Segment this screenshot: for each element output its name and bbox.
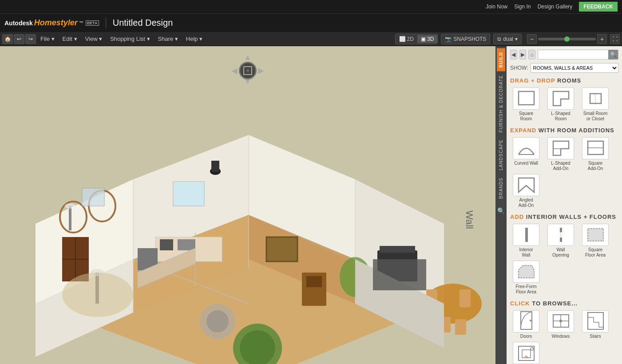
expand-orange: EXPAND (510, 127, 536, 134)
interior-section-title: ADD INTERIOR WALLS + FLOORS (510, 214, 618, 220)
feedback-button[interactable]: FEEDBACK (579, 2, 618, 12)
drag-drop-dark: ROOMS (557, 77, 581, 84)
square-addon-item[interactable]: SquareAdd-On (579, 137, 611, 171)
homestyler-text: Homestyler (34, 18, 78, 28)
nav-left-arrow[interactable]: ◀ (231, 66, 238, 75)
fireplaces-item[interactable]: Fireplaces (510, 342, 542, 364)
navigation-compass[interactable]: ▲ ◀ ✛ ▶ ▼ (223, 53, 272, 84)
svg-point-45 (62, 273, 133, 317)
view-3d-button[interactable]: ▣ 3D (417, 35, 437, 43)
undo-button[interactable]: ↩ (14, 34, 24, 44)
freeform-floor-item[interactable]: Free-FormFloor Area (510, 261, 542, 295)
stairs-item[interactable]: Stairs (579, 310, 611, 339)
panel-home-button[interactable]: ⌂ (528, 50, 535, 59)
square-room-item[interactable]: SquareRoom (510, 87, 542, 122)
snapshots-button[interactable]: 📷 SNAPSHOTS (441, 34, 490, 44)
design-title[interactable]: Untitled Design (113, 18, 173, 28)
nav-up-arrow[interactable]: ▲ (244, 53, 252, 62)
windows-label: Windows (552, 334, 570, 339)
panel-navigation: ◀ ▶ ⌂ 🔍 (510, 50, 618, 59)
wall-label-text: Wall (464, 210, 475, 229)
svg-marker-53 (553, 91, 569, 106)
square-room-icon (513, 87, 539, 110)
small-room-label: Small Roomor Closet (583, 111, 607, 122)
zoom-out-button[interactable]: − (527, 34, 537, 44)
share-menu[interactable]: Share ▾ (155, 34, 182, 44)
browse-dark: TO BROWSE... (532, 300, 578, 307)
square-floor-item[interactable]: SquareFloor Area (579, 224, 611, 258)
panel-search-input[interactable] (538, 51, 608, 58)
svg-rect-66 (588, 229, 603, 241)
interior-wall-label: InteriorWall (519, 247, 533, 258)
view-2d-button[interactable]: ⬜ 2D (396, 35, 417, 43)
room-additions-grid: Curved Wall L-ShapedAdd-On (510, 137, 618, 208)
windows-icon (547, 310, 574, 332)
browse-orange: CLICK (510, 300, 530, 307)
home-icon-button[interactable]: 🏠 (2, 34, 13, 44)
expand-section-title: EXPAND WITH ROOM ADDITIONS (510, 127, 618, 134)
svg-rect-38 (173, 182, 204, 206)
redo-button[interactable]: ↪ (25, 34, 36, 44)
show-dropdown[interactable]: ROOMS, WALLS & AREAS (531, 63, 618, 73)
interior-wall-item[interactable]: InteriorWall (510, 224, 542, 258)
square-room-label: SquareRoom (519, 111, 533, 122)
nav-down-arrow[interactable]: ▼ (244, 77, 252, 86)
build-tab[interactable]: BUILD (497, 48, 505, 71)
show-row: SHOW: ROOMS, WALLS & AREAS (510, 63, 618, 73)
l-shaped-addon-icon (547, 137, 574, 159)
design-canvas[interactable]: ▲ ◀ ✛ ▶ ▼ (0, 46, 495, 364)
svg-marker-67 (519, 265, 534, 278)
view-menu[interactable]: View ▾ (82, 34, 106, 44)
svg-rect-49 (306, 276, 322, 287)
svg-rect-47 (82, 188, 104, 206)
svg-rect-51 (373, 259, 426, 290)
file-menu[interactable]: File ▾ (37, 34, 58, 44)
wall-opening-item[interactable]: WallOpening (545, 224, 577, 258)
sign-in-link[interactable]: Sign In (514, 4, 531, 10)
nav-right-arrow[interactable]: ▶ (258, 66, 264, 75)
join-now-link[interactable]: Join Now (486, 4, 507, 10)
l-shaped-room-item[interactable]: L-ShapedRoom (545, 87, 577, 122)
fullscreen-button[interactable]: ⛶ (610, 34, 620, 44)
right-panel: BUILD FURNISH & DECORATE LANDSCAPE BRAND… (495, 46, 622, 364)
brands-tab[interactable]: BRANDS (497, 174, 505, 202)
curved-wall-item[interactable]: Curved Wall (510, 137, 542, 171)
dual-view-button[interactable]: ⧉ dual ▾ (493, 34, 522, 44)
svg-point-18 (206, 310, 229, 332)
panel-search-submit[interactable]: 🔍 (608, 50, 618, 59)
landscape-tab[interactable]: LANDSCAPE (497, 136, 505, 174)
l-shaped-addon-item[interactable]: L-ShapedAdd-On (545, 137, 577, 171)
panel-back-button[interactable]: ◀ (510, 50, 517, 59)
zoom-controls: − + (527, 34, 607, 44)
trademark-symbol: ™ (79, 20, 83, 25)
small-room-icon (582, 87, 609, 110)
help-menu[interactable]: Help ▾ (182, 34, 206, 44)
zoom-slider[interactable] (538, 38, 596, 40)
doors-item[interactable]: Doors (510, 310, 542, 339)
room-types-grid: SquareRoom L-ShapedRoom (510, 87, 618, 122)
stairs-icon (582, 310, 609, 332)
shopping-list-menu[interactable]: Shopping List ▾ (107, 34, 153, 44)
expand-dark: WITH ROOM ADDITIONS (539, 127, 614, 134)
view-toggle: ⬜ 2D ▣ 3D (395, 34, 438, 44)
svg-rect-30 (160, 239, 173, 250)
svg-point-69 (530, 320, 531, 321)
panel-search-icon[interactable]: 🔍 (497, 206, 506, 215)
browse-items-grid: Doors Windows (510, 310, 618, 364)
svg-rect-31 (178, 239, 195, 250)
edit-menu[interactable]: Edit ▾ (59, 34, 81, 44)
title-divider (106, 17, 106, 28)
zoom-in-button[interactable]: + (597, 34, 607, 44)
panel-forward-button[interactable]: ▶ (519, 50, 527, 59)
curved-wall-label: Curved Wall (514, 161, 538, 166)
svg-rect-28 (455, 319, 466, 335)
autodesk-text: Autodesk (4, 20, 33, 27)
furnish-decorate-tab[interactable]: FURNISH & DECORATE (497, 71, 505, 136)
design-gallery-link[interactable]: Design Gallery (538, 4, 573, 10)
square-floor-label: SquareFloor Area (585, 247, 606, 258)
windows-item[interactable]: Windows (545, 310, 577, 339)
angled-addon-item[interactable]: AngledAdd-On (510, 174, 542, 208)
interior-dark: INTERIOR WALLS + FLOORS (526, 214, 616, 220)
panel-content: ◀ ▶ ⌂ 🔍 SHOW: ROOMS, WALLS & AREAS DRAG … (507, 46, 622, 364)
small-room-item[interactable]: Small Roomor Closet (579, 87, 611, 122)
